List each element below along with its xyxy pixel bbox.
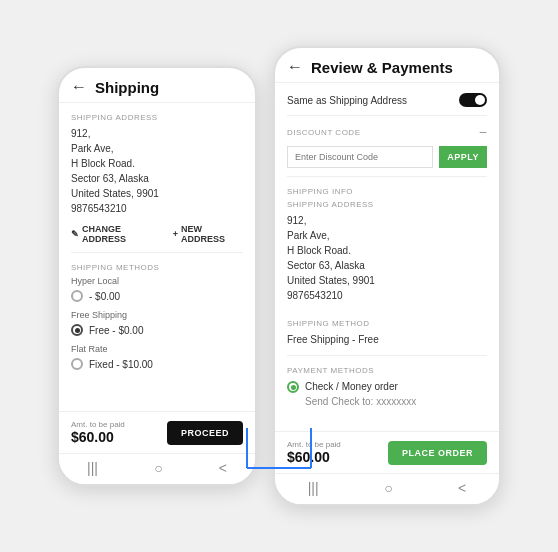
review-amount-block: Amt. to be paid $60.00 — [287, 440, 341, 465]
divider-3 — [287, 176, 487, 177]
shipping-address-text: 912, Park Ave, H Block Road. Sector 63, … — [71, 126, 243, 216]
place-order-button[interactable]: PLACE ORDER — [388, 441, 487, 465]
payment-option-name: Check / Money order — [305, 379, 416, 394]
payment-option-sub: Send Check to: xxxxxxxx — [305, 394, 416, 409]
payments-body: Same as Shipping Address DISCOUNT CODE −… — [275, 83, 499, 431]
method-group-hyperlocal: Hyper Local - $0.00 — [71, 276, 243, 302]
payments-nav-back-icon[interactable]: < — [458, 480, 466, 496]
freeshipping-label: Free Shipping — [71, 310, 243, 320]
review-amt-label: Amt. to be paid — [287, 440, 341, 449]
flatrate-radio[interactable] — [71, 358, 83, 370]
new-address-button[interactable]: + NEW ADDRESS — [173, 224, 243, 244]
shipping-body: SHIPPING ADDRESS 912, Park Ave, H Block … — [59, 103, 255, 411]
change-address-label: CHANGE ADDRESS — [82, 224, 161, 244]
payments-footer: Amt. to be paid $60.00 PLACE ORDER — [275, 431, 499, 473]
freeshipping-price: Free - $0.00 — [89, 325, 143, 336]
shipping-footer: Amt. to be paid $60.00 PROCEED — [59, 411, 255, 453]
amt-label: Amt. to be paid — [71, 420, 125, 429]
phone-payments: ← Review & Payments Same as Shipping Add… — [273, 46, 501, 506]
payments-back-button[interactable]: ← — [287, 58, 303, 76]
payment-radio-dot — [291, 385, 296, 390]
nav-home-icon[interactable]: ○ — [154, 460, 162, 476]
shipping-address-label: SHIPPING ADDRESS — [71, 113, 243, 122]
hyperlocal-price: - $0.00 — [89, 291, 120, 302]
divider-4 — [287, 355, 487, 356]
plus-icon: + — [173, 229, 178, 239]
payments-nav: ||| ○ < — [275, 473, 499, 504]
shipping-address-section-label: SHIPPING ADDRESS — [287, 200, 487, 209]
hyperlocal-option[interactable]: - $0.00 — [71, 290, 243, 302]
proceed-button[interactable]: PROCEED — [167, 421, 243, 445]
amount-block: Amt. to be paid $60.00 — [71, 420, 125, 445]
back-button[interactable]: ← — [71, 78, 87, 96]
payment-radio[interactable] — [287, 381, 299, 393]
discount-row: APPLY — [287, 146, 487, 168]
change-address-button[interactable]: ✎ CHANGE ADDRESS — [71, 224, 161, 244]
phone-shipping: ← Shipping SHIPPING ADDRESS 912, Park Av… — [57, 66, 257, 486]
address-actions: ✎ CHANGE ADDRESS + NEW ADDRESS — [71, 224, 243, 244]
toggle-switch[interactable] — [459, 93, 487, 107]
discount-input[interactable] — [287, 146, 433, 168]
flatrate-option[interactable]: Fixed - $10.00 — [71, 358, 243, 370]
method-group-flatrate: Flat Rate Fixed - $10.00 — [71, 344, 243, 370]
divider-1 — [71, 252, 243, 253]
toggle-knob — [475, 95, 485, 105]
same-as-shipping-row: Same as Shipping Address — [287, 93, 487, 107]
shipping-methods-label: SHIPPING METHODS — [71, 263, 243, 272]
method-group-freeshipping: Free Shipping Free - $0.00 — [71, 310, 243, 336]
nav-back-icon[interactable]: < — [219, 460, 227, 476]
flatrate-price: Fixed - $10.00 — [89, 359, 153, 370]
payments-nav-home-icon[interactable]: ○ — [384, 480, 392, 496]
payment-option-row[interactable]: Check / Money order Send Check to: xxxxx… — [287, 379, 487, 409]
payments-header: ← Review & Payments — [275, 48, 499, 83]
review-amt-value: $60.00 — [287, 449, 341, 465]
flatrate-label: Flat Rate — [71, 344, 243, 354]
shipping-method-value: Free Shipping - Free — [287, 332, 487, 347]
shipping-header: ← Shipping — [59, 68, 255, 103]
shipping-title: Shipping — [95, 79, 159, 96]
new-address-label: NEW ADDRESS — [181, 224, 243, 244]
same-as-shipping-label: Same as Shipping Address — [287, 95, 407, 106]
nav-menu-icon[interactable]: ||| — [87, 460, 98, 476]
divider-2 — [287, 115, 487, 116]
scene: ← Shipping SHIPPING ADDRESS 912, Park Av… — [0, 0, 558, 552]
freeshipping-option[interactable]: Free - $0.00 — [71, 324, 243, 336]
payments-title: Review & Payments — [311, 59, 453, 76]
payment-methods-label: PAYMENT METHODS — [287, 366, 487, 375]
payment-details: Check / Money order Send Check to: xxxxx… — [305, 379, 416, 409]
discount-collapse-icon[interactable]: − — [479, 124, 487, 140]
shipping-nav: ||| ○ < — [59, 453, 255, 484]
pencil-icon: ✎ — [71, 229, 79, 239]
freeshipping-radio[interactable] — [71, 324, 83, 336]
shipping-info-label: SHIPPING INFO — [287, 187, 487, 196]
apply-button[interactable]: APPLY — [439, 146, 487, 168]
discount-code-label: DISCOUNT CODE — [287, 128, 360, 137]
amt-value: $60.00 — [71, 429, 125, 445]
hyperlocal-label: Hyper Local — [71, 276, 243, 286]
radio-dot — [75, 328, 80, 333]
payments-nav-menu-icon[interactable]: ||| — [308, 480, 319, 496]
hyperlocal-radio[interactable] — [71, 290, 83, 302]
review-address-text: 912, Park Ave, H Block Road. Sector 63, … — [287, 213, 487, 303]
shipping-method-section-label: SHIPPING METHOD — [287, 319, 487, 328]
